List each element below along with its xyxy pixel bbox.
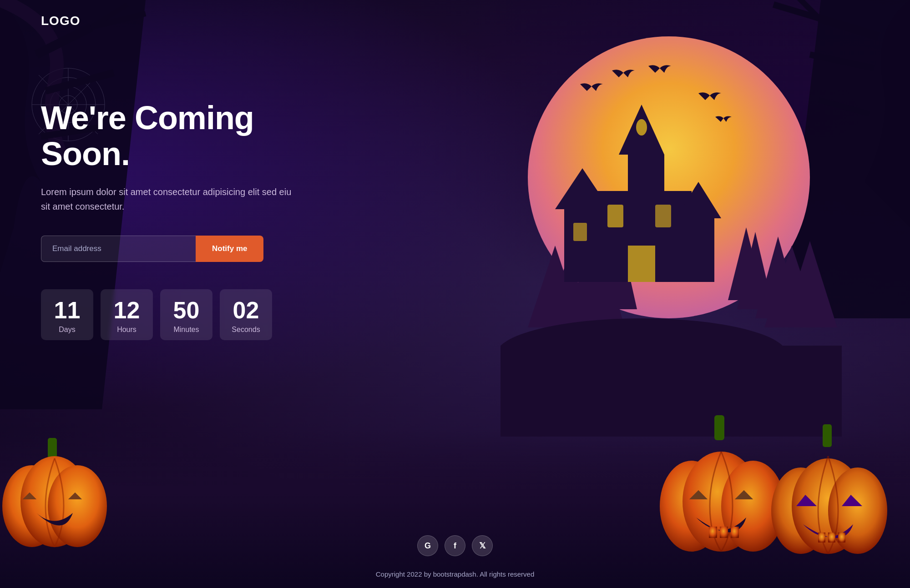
svg-rect-21	[628, 246, 655, 282]
svg-rect-19	[607, 205, 623, 227]
svg-point-18	[636, 119, 647, 136]
social-icon-twitter[interactable]: 𝕏	[472, 535, 493, 556]
svg-point-61	[828, 467, 887, 554]
svg-rect-43	[48, 438, 57, 458]
social-row: Gf𝕏	[417, 535, 493, 556]
svg-rect-47	[714, 415, 724, 440]
countdown-label: Hours	[105, 326, 148, 334]
svg-point-46	[48, 465, 107, 547]
email-row: Notify me	[41, 236, 350, 262]
social-icon-google[interactable]: G	[417, 535, 438, 556]
countdown-number: 50	[165, 298, 208, 322]
main-content: We're Coming Soon. Lorem ipsum dolor sit…	[41, 100, 350, 340]
svg-rect-58	[823, 424, 832, 447]
countdown-box-minutes: 50 Minutes	[160, 289, 212, 340]
svg-rect-20	[655, 205, 671, 227]
pumpkin-right-2	[751, 415, 910, 588]
logo: LOGO	[41, 14, 80, 28]
svg-marker-15	[555, 168, 610, 209]
countdown-number: 11	[46, 298, 89, 322]
svg-rect-65	[828, 533, 835, 543]
copyright: Copyright 2022 by bootstrapdash. All rig…	[376, 570, 535, 578]
svg-rect-14	[564, 209, 601, 282]
countdown-box-seconds: 02 Seconds	[220, 289, 272, 340]
logo-text: LOGO	[41, 14, 80, 28]
social-icon-facebook[interactable]: f	[445, 535, 465, 556]
svg-line-34	[819, 100, 869, 114]
svg-rect-54	[720, 527, 728, 538]
svg-rect-53	[709, 527, 717, 538]
countdown-box-days: 11 Days	[41, 289, 93, 340]
tree-right-overlay	[728, 0, 910, 227]
countdown-number: 12	[105, 298, 148, 322]
svg-rect-66	[838, 533, 845, 543]
countdown-label: Minutes	[165, 326, 208, 334]
countdown-box-hours: 12 Hours	[101, 289, 153, 340]
svg-rect-22	[573, 223, 587, 241]
headline: We're Coming Soon.	[41, 100, 350, 172]
countdown: 11 Days 12 Hours 50 Minutes 02 Seconds	[41, 289, 350, 340]
svg-rect-64	[818, 533, 825, 543]
countdown-label: Seconds	[224, 326, 268, 334]
countdown-number: 02	[224, 298, 268, 322]
subtext: Lorem ipsum dolor sit amet consectetur a…	[41, 185, 296, 214]
pumpkin-left	[0, 424, 123, 570]
svg-line-30	[819, 18, 878, 36]
notify-button[interactable]: Notify me	[196, 236, 263, 262]
svg-rect-55	[731, 527, 739, 538]
svg-rect-16	[682, 218, 714, 282]
svg-line-33	[810, 55, 874, 68]
countdown-label: Days	[46, 326, 89, 334]
email-input[interactable]	[41, 236, 196, 262]
